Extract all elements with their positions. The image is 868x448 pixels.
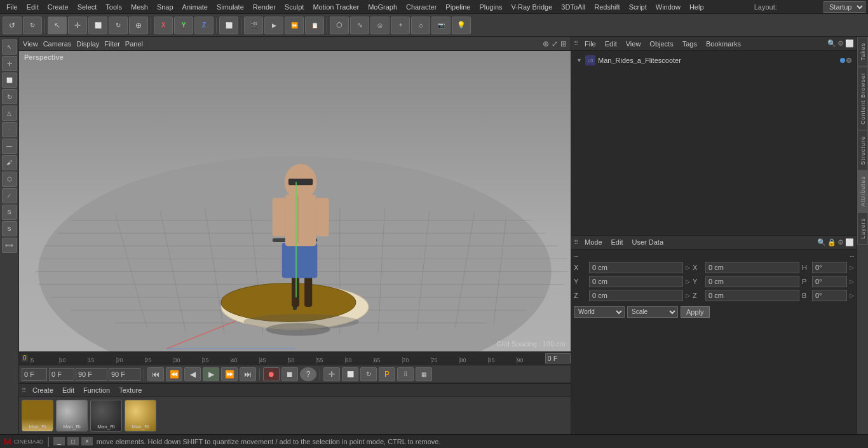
attr-x-input[interactable] (589, 262, 683, 273)
menu-snap[interactable]: Snap (153, 2, 177, 12)
menu-create[interactable]: Create (44, 2, 72, 12)
cube-button[interactable]: ⬡ (330, 17, 349, 34)
play-button[interactable]: ▶ (203, 367, 219, 381)
obj-tags-menu[interactable]: Tags (680, 40, 700, 48)
mat-function-menu[interactable]: Function (81, 386, 112, 394)
menu-3dtoall[interactable]: 3DToAll (557, 2, 589, 12)
rotate-tool-tl[interactable]: ↻ (360, 367, 377, 381)
redo-button[interactable]: ↻ (23, 17, 42, 34)
object-item-man[interactable]: ▼ L0 Man_Rides_a_Flitescooter (574, 53, 854, 67)
viewport-filter-menu[interactable]: Filter (104, 40, 119, 48)
sidebar-move-btn[interactable]: ✛ (2, 56, 17, 71)
right-tab-structure[interactable]: Structure (857, 130, 868, 171)
axis-y-button[interactable]: Y (174, 17, 193, 34)
attr-mode-menu[interactable]: Mode (582, 238, 605, 246)
obj-objects-menu[interactable]: Objects (647, 40, 675, 48)
material-thumb-2[interactable]: Man_Ri (90, 400, 122, 431)
mode-rotate-button[interactable]: ↻ (109, 17, 128, 34)
effector-button[interactable]: ◇ (411, 17, 430, 34)
sidebar-mirror-btn[interactable]: ⟺ (2, 238, 17, 253)
attr-hval-input[interactable] (812, 262, 847, 273)
status-max-btn[interactable]: □ (67, 437, 79, 445)
menu-pipeline[interactable]: Pipeline (442, 2, 474, 12)
camera-button[interactable]: 📷 (431, 17, 451, 34)
record2-button[interactable]: P (379, 367, 395, 381)
end-frame-input[interactable] (76, 368, 107, 381)
menu-help[interactable]: Help (686, 2, 708, 12)
nurbs-button[interactable]: ◎ (370, 17, 390, 34)
menu-select[interactable]: Select (74, 2, 101, 12)
vp-ctrl-2[interactable]: ⤢ (552, 39, 558, 48)
preview-end-input[interactable] (109, 368, 140, 381)
layout-btn[interactable]: ▦ (416, 367, 432, 381)
deformer-button[interactable]: ⌖ (391, 17, 410, 34)
mat-create-menu[interactable]: Create (30, 386, 56, 394)
sidebar-select-btn[interactable]: ↖ (2, 39, 17, 55)
mode-select-button[interactable]: ↖ (48, 17, 67, 34)
sidebar-magnet-btn[interactable]: S (2, 205, 17, 220)
sidebar-edge-btn[interactable]: — (2, 139, 17, 154)
mode-move-button[interactable]: ✛ (68, 17, 87, 34)
viewport-view-menu[interactable]: View (23, 40, 38, 48)
play-reverse-button[interactable]: ◀ (184, 367, 201, 381)
menu-animate[interactable]: Animate (179, 2, 212, 12)
axis-z-button[interactable]: Z (194, 17, 214, 34)
right-tab-content-browser[interactable]: Content Browser (857, 67, 868, 130)
sidebar-paint-btn[interactable]: S (2, 221, 17, 236)
sidebar-rotate-btn[interactable]: ↻ (2, 89, 17, 104)
menu-redshift[interactable]: Redshift (590, 2, 623, 12)
scale-tool-tl[interactable]: ⬜ (342, 367, 358, 381)
status-close-btn[interactable]: × (81, 437, 93, 445)
sidebar-point-btn[interactable]: · (2, 122, 17, 137)
render-view-button[interactable]: ▶ (264, 17, 283, 34)
status-min-btn[interactable]: _ (53, 437, 65, 445)
light-button[interactable]: 💡 (452, 17, 471, 34)
attr-z-input[interactable] (589, 290, 683, 301)
grid-btn[interactable]: ⠿ (397, 367, 414, 381)
attr-search-icon[interactable]: 🔍 (817, 238, 826, 247)
object-dot-1[interactable] (840, 58, 845, 63)
menu-sculpt[interactable]: Sculpt (281, 2, 308, 12)
right-tab-attributes[interactable]: Attributes (857, 170, 868, 212)
viewport-display-menu[interactable]: Display (76, 40, 99, 48)
right-tab-layers[interactable]: Layers (857, 212, 868, 245)
layout-select[interactable]: Startup (824, 1, 865, 13)
apply-button[interactable]: Apply (681, 306, 710, 318)
menu-script[interactable]: Script (625, 2, 651, 12)
mode-scale-button[interactable]: ⬜ (88, 17, 107, 34)
attr-y-input2[interactable] (705, 276, 799, 287)
obj-view-menu[interactable]: View (623, 40, 644, 48)
attr-userdata-menu[interactable]: User Data (630, 238, 667, 246)
attr-lock-icon[interactable]: 🔒 (827, 238, 836, 247)
go-start-button[interactable]: ⏮ (147, 367, 164, 381)
attr-maximize-icon[interactable]: ⬜ (845, 238, 854, 247)
undo-button[interactable]: ↺ (3, 17, 22, 34)
render-region-button[interactable]: 🎬 (244, 17, 263, 34)
go-end-button[interactable]: ⏭ (240, 367, 256, 381)
sidebar-brush-btn[interactable]: 🖌 (2, 155, 17, 170)
menu-plugins[interactable]: Plugins (475, 2, 506, 12)
record-button[interactable]: ⏺ (263, 367, 280, 381)
axis-x-button[interactable]: X (154, 17, 173, 34)
timeline-frame-display[interactable]: 0 F (545, 353, 571, 363)
render-all-button[interactable]: ⏩ (285, 17, 304, 34)
obj-file-menu[interactable]: File (582, 40, 599, 48)
menu-motion-tracker[interactable]: Motion Tracker (309, 2, 363, 12)
menu-render[interactable]: Render (249, 2, 280, 12)
mode-transform-button[interactable]: ⊕ (129, 17, 148, 34)
vp-ctrl-3[interactable]: ⊞ (560, 39, 567, 48)
prev-frame-button[interactable]: ⏪ (166, 367, 182, 381)
viewport-panel-menu[interactable]: Panel (125, 40, 143, 48)
attr-z-input2[interactable] (705, 290, 799, 301)
attr-edit-menu[interactable]: Edit (609, 238, 626, 246)
attr-y-input[interactable] (589, 276, 683, 287)
material-thumb-0[interactable]: Man_Ri (22, 400, 53, 431)
next-frame-button[interactable]: ⏩ (221, 367, 238, 381)
object-mode-button[interactable]: ⬜ (219, 17, 238, 34)
scale-select[interactable]: Scale (627, 306, 678, 318)
menu-mograph[interactable]: MoGraph (364, 2, 401, 12)
attr-h-input[interactable] (705, 262, 799, 273)
start-frame-2[interactable] (49, 368, 74, 381)
move-tool-tl[interactable]: ✛ (323, 367, 340, 381)
material-thumb-1[interactable]: Man_Ri (56, 400, 88, 431)
